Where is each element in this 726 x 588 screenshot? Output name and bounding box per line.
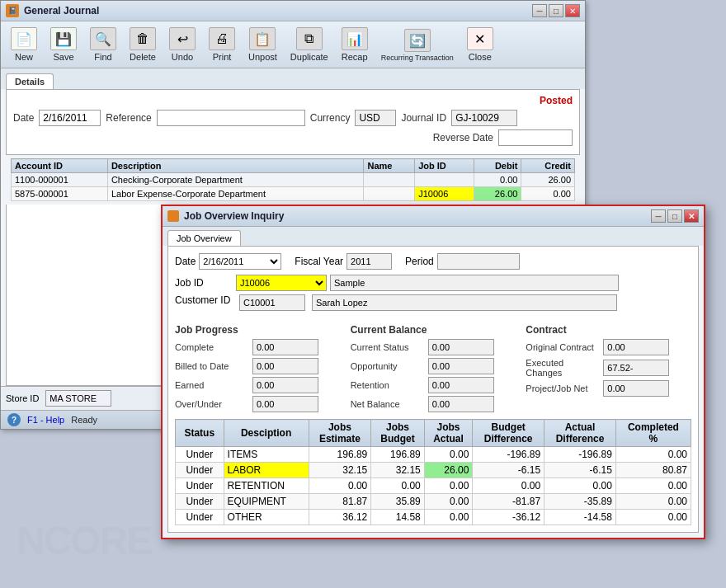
currency-label: Currency — [310, 112, 351, 124]
delete-icon: 🗑 — [130, 27, 156, 50]
new-button[interactable]: 📄 New — [6, 25, 42, 64]
undo-button[interactable]: ↩ Undo — [164, 25, 200, 64]
over-under-row: Over/Under — [175, 396, 341, 412]
details-tab[interactable]: Details — [6, 73, 54, 89]
col-credit: Credit — [521, 159, 575, 173]
overlay-close-button[interactable]: ✕ — [684, 209, 699, 223]
overlay-window: Job Overview Inquiry ─ □ ✕ Job Overview … — [161, 205, 705, 539]
duplicate-icon: ⧉ — [296, 27, 323, 50]
original-contract-row: Original Contract — [526, 339, 691, 355]
customer-id-label: Customer ID — [175, 294, 233, 311]
desc-cell: OTHER — [224, 510, 309, 525]
main-title-bar: 📓 General Journal ─ □ ✕ — [1, 1, 585, 21]
table-row[interactable]: Under LABOR 32.15 32.15 26.00 -6.15 -6.1… — [176, 463, 691, 478]
current-status-input — [428, 339, 494, 355]
table-row[interactable]: Under EQUIPMENT 81.87 35.89 0.00 -81.87 … — [176, 494, 691, 510]
undo-icon: ↩ — [169, 27, 196, 50]
retention-row: Retention — [351, 377, 516, 393]
completed-cell: 0.00 — [615, 510, 691, 525]
close-toolbar-button[interactable]: ✕ Close — [462, 25, 498, 64]
help-icon: ? — [7, 413, 21, 426]
name-cell — [364, 173, 415, 187]
overlay-minimize-button[interactable]: ─ — [651, 209, 666, 223]
jobs-estimate-cell: 0.00 — [309, 478, 371, 494]
status-cell: Under — [176, 494, 224, 510]
new-icon: 📄 — [11, 27, 37, 50]
desc-cell: EQUIPMENT — [224, 494, 309, 510]
help-link[interactable]: F1 - Help — [27, 415, 64, 425]
billed-input — [252, 358, 318, 374]
posted-status: Posted — [13, 95, 573, 106]
col-account-id: Account ID — [12, 159, 108, 173]
job-overview-tab[interactable]: Job Overview — [167, 230, 241, 246]
main-toolbar: 📄 New 💾 Save 🔍 Find 🗑 Delete ↩ Undo 🖨 Pr… — [1, 21, 585, 68]
unpost-icon: 📋 — [249, 27, 276, 50]
actual-diff-cell: -6.15 — [544, 463, 616, 478]
overlay-app-icon — [167, 210, 179, 222]
overlay-content: Date 2/16/2011 Fiscal Year Period Februa… — [167, 246, 699, 533]
description-cell: Labor Expense-Corporate Department — [107, 187, 364, 201]
recurring-icon: 🔄 — [404, 29, 431, 52]
save-button[interactable]: 💾 Save — [45, 25, 82, 64]
col-jobs-budget: JobsBudget — [371, 420, 425, 447]
print-icon: 🖨 — [209, 27, 235, 50]
recap-button[interactable]: 📊 Recap — [337, 25, 373, 64]
actual-diff-cell: -35.89 — [544, 494, 616, 510]
budget-diff-cell: -6.15 — [473, 463, 544, 478]
table-row[interactable]: 1100-000001 Checking-Corporate Departmen… — [12, 173, 575, 187]
job-id-select[interactable]: J10006 — [236, 275, 327, 291]
table-row[interactable]: 5875-000001 Labor Expense-Corporate Depa… — [12, 187, 575, 201]
fiscal-year-field-group: Fiscal Year — [295, 253, 392, 270]
close-button[interactable]: ✕ — [565, 4, 580, 17]
job-progress-section: Job Progress Complete Billed to Date Ear… — [175, 318, 341, 412]
overlay-date-input[interactable]: 2/16/2011 — [199, 253, 281, 270]
unpost-button[interactable]: 📋 Unpost — [243, 25, 282, 64]
complete-input — [252, 339, 318, 355]
main-form-area: Posted Date Reference Currency Journal I… — [6, 89, 580, 155]
delete-button[interactable]: 🗑 Delete — [125, 25, 161, 64]
col-status: Status — [176, 420, 224, 447]
col-desc: Desciption — [224, 420, 309, 447]
actual-diff-cell: 0.00 — [544, 478, 616, 494]
date-row: Date Reference Currency Journal ID — [13, 110, 573, 126]
budget-diff-cell: -36.12 — [473, 510, 544, 525]
current-balance-header: Current Balance — [351, 324, 516, 336]
reverse-date-input[interactable] — [498, 129, 573, 146]
minimize-button[interactable]: ─ — [532, 4, 547, 17]
billed-row: Billed to Date — [175, 358, 341, 374]
find-button[interactable]: 🔍 Find — [85, 25, 121, 64]
debit-cell: 0.00 — [474, 173, 521, 187]
customer-name-input — [312, 294, 617, 311]
debit-cell: 26.00 — [474, 187, 521, 201]
customer-id-row: Customer ID — [175, 294, 691, 311]
job-desc-input — [330, 275, 619, 291]
jobs-actual-cell: 0.00 — [424, 478, 473, 494]
reference-input[interactable] — [157, 110, 305, 126]
journal-table: Account ID Description Name Job ID Debit… — [11, 158, 575, 201]
duplicate-button[interactable]: ⧉ Duplicate — [285, 25, 333, 64]
table-row[interactable]: Under RETENTION 0.00 0.00 0.00 0.00 0.00… — [176, 478, 691, 494]
recurring-button[interactable]: 🔄 Recurring Transaction — [376, 26, 459, 64]
main-tab-area: Details — [1, 68, 585, 89]
currency-input — [355, 110, 396, 126]
print-button[interactable]: 🖨 Print — [204, 25, 240, 64]
store-label: Store ID — [6, 393, 39, 403]
account-id-cell: 5875-000001 — [12, 187, 108, 201]
background-logo: NCORE — [16, 518, 151, 563]
overlay-maximize-button[interactable]: □ — [667, 209, 682, 223]
save-icon: 💾 — [50, 27, 77, 50]
table-row[interactable]: Under ITEMS 196.89 196.89 0.00 -196.89 -… — [176, 447, 691, 463]
status-cell: Under — [176, 478, 224, 494]
status-ready: Ready — [71, 415, 97, 425]
table-row[interactable]: Under OTHER 36.12 14.58 0.00 -36.12 -14.… — [176, 510, 691, 525]
budget-diff-cell: 0.00 — [473, 478, 544, 494]
date-input[interactable] — [39, 110, 101, 126]
date-field-group: Date 2/16/2011 — [175, 253, 281, 270]
maximize-button[interactable]: □ — [549, 4, 563, 17]
app-icon: 📓 — [6, 4, 19, 17]
period-input: February 2011 — [437, 253, 520, 270]
col-name: Name — [364, 159, 415, 173]
desc-cell: RETENTION — [224, 478, 309, 494]
date-label: Date — [13, 112, 34, 124]
store-input[interactable] — [45, 390, 111, 407]
